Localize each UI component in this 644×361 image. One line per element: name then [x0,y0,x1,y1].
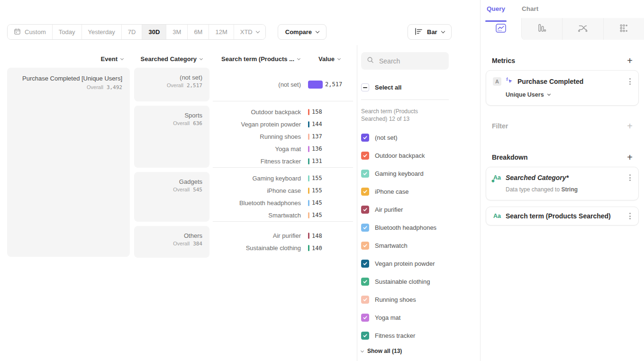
table-groups: (not set)Overall2,517(not set)2,517Sport… [134,68,353,258]
add-breakdown-button[interactable]: + [627,154,633,161]
category-overall: Overall384 [141,241,202,247]
table-row[interactable]: Yoga mat136 [213,143,353,155]
event-overall: Overall3,492 [15,84,122,90]
date-range-custom[interactable]: Custom [8,25,53,39]
legend-checkbox[interactable] [361,332,369,340]
value-bar-cell: 148 [308,233,353,239]
legend-item[interactable]: Running shoes [361,290,449,308]
breakdown-card-search-term[interactable]: Aa Search term (Products Searched) [486,207,639,226]
legend-checkbox[interactable] [361,296,369,304]
terms-list: Outdoor backpack158Vegan protein powder1… [213,106,353,168]
filter-heading-row: Filter + [481,122,644,130]
value-bar [308,212,309,218]
category-cell[interactable]: (not set)Overall2,517 [134,68,209,101]
legend-item-label: Fitness tracker [375,332,415,339]
legend-item[interactable]: Smartwatch [361,236,449,254]
date-range-label: Yesterday [88,28,115,36]
value-bar-cell: 140 [308,245,353,252]
legend-checkbox[interactable] [361,278,369,286]
date-range-6m[interactable]: 6M [188,25,209,39]
column-header-event[interactable]: Event [7,55,123,63]
tab-query[interactable]: Query [487,5,505,18]
legend-checkbox[interactable] [361,242,369,250]
legend-item[interactable]: Air purifier [361,200,449,218]
term-label: Sustainable clothing [213,244,308,252]
table-row[interactable]: iPhone case155 [213,184,353,197]
legend-item-label: Yoga mat [375,314,400,321]
legend-checkbox[interactable] [361,152,369,160]
legend-item-label: Vegan protein powder [375,260,435,267]
add-filter-button[interactable]: + [627,123,633,129]
category-overall: Overall636 [141,120,202,126]
date-range-today[interactable]: Today [53,25,82,39]
legend-item[interactable]: Bluetooth headphones [361,218,449,236]
legend-checkbox[interactable] [361,188,369,196]
legend-item-label: Bluetooth headphones [375,224,436,231]
search-icon [367,56,374,65]
date-range-3m[interactable]: 3M [166,25,188,39]
table-row[interactable]: Gaming keyboard155 [213,172,353,184]
table-row[interactable]: Air purifier148 [213,230,353,242]
table-row[interactable]: (not set)2,517 [213,78,353,90]
column-header-searched-category[interactable]: Searched Category [123,55,202,63]
value-bar [308,109,309,115]
value-bar [308,245,309,251]
event-cell[interactable]: Purchase Completed [Unique Users] Overal… [7,68,130,257]
breakdown-menu-button[interactable] [628,212,632,220]
flows-tab[interactable] [562,18,603,40]
table-row[interactable]: Bluetooth headphones145 [213,197,353,209]
table-row[interactable]: Outdoor backpack158 [213,106,353,118]
table-row[interactable]: Smartwatch145 [213,209,353,221]
legend-item[interactable]: Gaming keyboard [361,164,449,182]
legend-item[interactable]: (not set) [361,128,449,146]
date-range-12m[interactable]: 12M [209,25,234,39]
column-header-search-term[interactable]: Search term (Products ... [202,55,300,63]
category-cell[interactable]: SportsOverall636 [134,106,209,168]
category-cell[interactable]: GadgetsOverall545 [134,172,209,222]
legend-item[interactable]: Vegan protein powder [361,254,449,272]
column-header-value[interactable]: Value [300,55,353,63]
value-bar-cell: 155 [308,175,353,181]
chevron-down-icon [337,56,341,60]
date-range-xtd[interactable]: XTD [234,25,265,39]
select-all-checkbox[interactable] [361,83,369,91]
show-all-button[interactable]: Show all (13) [361,348,449,354]
date-range-7d[interactable]: 7D [122,25,143,39]
value-bar-cell: 131 [308,158,353,164]
date-range-30d[interactable]: 30D [142,25,166,39]
value-bar-cell: 2,517 [308,81,353,89]
funnels-tab[interactable] [521,18,562,40]
table-row[interactable]: Sustainable clothing140 [213,242,353,254]
table-row[interactable]: Vegan protein powder144 [213,118,353,130]
compare-button[interactable]: Compare [278,24,327,40]
legend-checkbox[interactable] [361,260,369,268]
breakdown-card-searched-category[interactable]: Aa✱ Searched Category* Data type changed… [486,167,639,200]
table-row[interactable]: Fitness tracker131 [213,155,353,167]
metric-card[interactable]: A Purchase Completed Unique Users [486,70,639,106]
legend-checkbox[interactable] [361,224,369,232]
legend-checkbox[interactable] [361,170,369,178]
metric-menu-button[interactable] [628,77,632,86]
breakdown-property-name: Search term (Products Searched) [506,212,624,220]
legend-item[interactable]: Yoga mat [361,308,449,326]
legend-list-label: Search term (Products Searched) 12 of 13 [361,108,437,123]
legend-checkbox[interactable] [361,206,369,214]
legend-checkbox[interactable] [361,134,369,142]
measure-dropdown[interactable]: Unique Users [506,91,632,98]
legend-item[interactable]: Sustainable clothing [361,272,449,290]
breakdown-menu-button[interactable] [628,173,632,182]
search-input[interactable] [378,57,443,65]
legend-item[interactable]: Outdoor backpack [361,146,449,164]
category-cell[interactable]: OthersOverall384 [134,226,209,258]
select-all-row[interactable]: Select all [361,83,449,91]
chart-type-button[interactable]: Bar [408,24,452,40]
retention-tab[interactable] [603,18,644,40]
legend-checkbox[interactable] [361,314,369,322]
date-range-yesterday[interactable]: Yesterday [82,25,122,39]
tab-chart[interactable]: Chart [522,5,538,18]
add-metric-button[interactable]: + [627,57,633,64]
legend-item[interactable]: Fitness tracker [361,326,449,344]
legend-item-label: Smartwatch [375,242,408,249]
table-row[interactable]: Running shoes137 [213,130,353,143]
legend-item[interactable]: iPhone case [361,182,449,200]
